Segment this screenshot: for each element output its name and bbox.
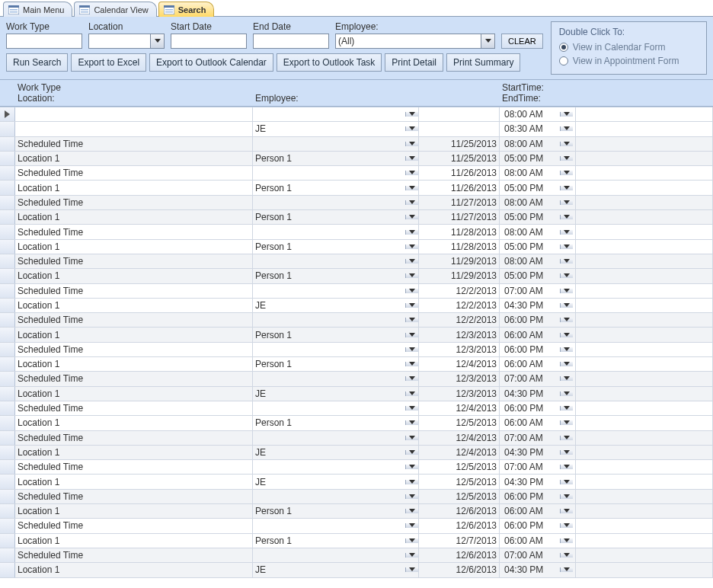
chevron-down-icon[interactable] <box>405 244 418 249</box>
chevron-down-icon[interactable] <box>560 142 573 146</box>
table-row[interactable]: Location 1Person 111/26/201305:00 PM <box>0 181 713 195</box>
table-row[interactable]: Location 1JE12/6/201304:30 PM <box>0 563 713 577</box>
chevron-down-icon[interactable] <box>405 362 418 366</box>
date-cell[interactable]: 12/4/2013 <box>419 401 500 415</box>
record-selector[interactable] <box>0 225 15 238</box>
date-cell[interactable]: 12/2/2013 <box>419 284 500 298</box>
date-cell[interactable]: 12/4/2013 <box>419 431 500 445</box>
time-cell[interactable]: 06:00 PM <box>500 519 576 532</box>
chevron-down-icon[interactable] <box>405 523 418 528</box>
table-row[interactable]: Location 1JE12/4/201304:30 PM <box>0 446 713 460</box>
work-type-cell[interactable]: Location 1 <box>15 328 253 341</box>
work-type-cell[interactable]: Scheduled Time <box>15 225 253 238</box>
table-row[interactable]: Scheduled Time12/5/201307:00 AM <box>0 460 713 475</box>
table-row[interactable]: Scheduled Time12/3/201306:00 PM <box>0 343 713 357</box>
employee-cell[interactable] <box>253 196 419 209</box>
chevron-down-icon[interactable] <box>405 553 418 558</box>
time-cell[interactable]: 08:00 AM <box>500 107 576 121</box>
record-selector[interactable] <box>0 401 15 415</box>
record-selector[interactable] <box>0 357 15 371</box>
record-selector[interactable] <box>0 313 15 327</box>
work-type-cell[interactable]: Scheduled Time <box>15 313 253 327</box>
time-cell[interactable]: 04:30 PM <box>500 387 576 401</box>
run-search-button[interactable]: Run Search <box>6 53 68 72</box>
time-cell[interactable]: 06:00 AM <box>500 534 576 548</box>
date-cell[interactable]: 12/3/2013 <box>419 387 500 401</box>
work-type-cell[interactable]: Scheduled Time <box>15 401 253 415</box>
chevron-down-icon[interactable] <box>405 509 418 513</box>
date-cell[interactable]: 11/28/2013 <box>419 225 500 238</box>
record-selector[interactable] <box>0 504 15 518</box>
export-outlook-calendar-button[interactable]: Export to Outlook Calendar <box>149 53 273 72</box>
date-cell[interactable]: 11/27/2013 <box>419 210 500 224</box>
chevron-down-icon[interactable] <box>560 376 573 381</box>
chevron-down-icon[interactable] <box>405 347 418 352</box>
employee-cell[interactable]: Person 1 <box>253 328 419 341</box>
work-type-cell[interactable]: Location 1 <box>15 181 253 194</box>
results-grid[interactable]: 08:00 AMJE08:30 AMScheduled Time11/25/20… <box>0 107 713 578</box>
table-row[interactable]: Scheduled Time12/6/201307:00 AM <box>0 548 713 563</box>
employee-cell[interactable] <box>253 313 419 327</box>
table-row[interactable]: Scheduled Time11/28/201308:00 AM <box>0 225 713 239</box>
record-selector[interactable] <box>0 563 15 577</box>
work-type-cell[interactable]: Location 1 <box>15 416 253 430</box>
table-row[interactable]: Scheduled Time11/25/201308:00 AM <box>0 137 713 152</box>
chevron-down-icon[interactable] <box>405 318 418 322</box>
chevron-down-icon[interactable] <box>560 480 573 484</box>
end-date-input[interactable] <box>253 34 329 49</box>
chevron-down-icon[interactable] <box>560 230 573 235</box>
work-type-cell[interactable]: Scheduled Time <box>15 490 253 503</box>
chevron-down-icon[interactable] <box>405 112 418 117</box>
chevron-down-icon[interactable] <box>405 259 418 264</box>
time-cell[interactable]: 07:00 AM <box>500 548 576 562</box>
chevron-down-icon[interactable] <box>405 171 418 175</box>
date-cell[interactable]: 11/25/2013 <box>419 152 500 165</box>
record-selector[interactable] <box>0 534 15 548</box>
chevron-down-icon[interactable] <box>405 480 418 484</box>
chevron-down-icon[interactable] <box>405 333 418 337</box>
employee-cell[interactable]: JE <box>253 563 419 577</box>
start-date-input[interactable] <box>171 34 247 49</box>
chevron-down-icon[interactable] <box>560 112 573 117</box>
record-selector[interactable] <box>0 431 15 445</box>
date-cell[interactable] <box>419 107 500 121</box>
chevron-down-icon[interactable] <box>405 391 418 396</box>
employee-cell[interactable]: Person 1 <box>253 357 419 371</box>
record-selector[interactable] <box>0 166 15 180</box>
employee-cell[interactable] <box>253 401 419 415</box>
chevron-down-icon[interactable] <box>405 567 418 572</box>
record-selector[interactable] <box>0 122 15 136</box>
tab-main-menu[interactable]: Main Menu <box>3 2 72 17</box>
chevron-down-icon[interactable] <box>560 186 573 190</box>
time-cell[interactable]: 04:30 PM <box>500 475 576 488</box>
date-cell[interactable]: 11/28/2013 <box>419 240 500 254</box>
record-selector[interactable] <box>0 460 15 474</box>
chevron-down-icon[interactable] <box>560 362 573 366</box>
work-type-cell[interactable]: Location 1 <box>15 446 253 459</box>
chevron-down-icon[interactable] <box>560 420 573 425</box>
table-row[interactable]: Scheduled Time12/2/201307:00 AM <box>0 284 713 299</box>
export-excel-button[interactable]: Export to Excel <box>71 53 146 72</box>
table-row[interactable]: Scheduled Time12/2/201306:00 PM <box>0 313 713 328</box>
time-cell[interactable]: 05:00 PM <box>500 240 576 254</box>
chevron-down-icon[interactable] <box>405 538 418 543</box>
work-type-cell[interactable]: Location 1 <box>15 269 253 283</box>
date-cell[interactable]: 12/3/2013 <box>419 328 500 341</box>
work-type-cell[interactable]: Location 1 <box>15 299 253 312</box>
time-cell[interactable]: 08:00 AM <box>500 196 576 209</box>
chevron-down-icon[interactable] <box>405 465 418 469</box>
time-cell[interactable]: 04:30 PM <box>500 446 576 459</box>
table-row[interactable]: Scheduled Time11/26/201308:00 AM <box>0 166 713 181</box>
table-row[interactable]: JE08:30 AM <box>0 122 713 136</box>
time-cell[interactable]: 07:00 AM <box>500 284 576 298</box>
record-selector[interactable] <box>0 519 15 532</box>
table-row[interactable]: Scheduled Time11/29/201308:00 AM <box>0 254 713 269</box>
chevron-down-icon[interactable] <box>560 156 573 161</box>
export-outlook-task-button[interactable]: Export to Outlook Task <box>277 53 382 72</box>
chevron-down-icon[interactable] <box>560 244 573 249</box>
time-cell[interactable]: 05:00 PM <box>500 152 576 165</box>
work-type-cell[interactable]: Location 1 <box>15 475 253 488</box>
chevron-down-icon[interactable] <box>560 523 573 528</box>
work-type-cell[interactable]: Location 1 <box>15 152 253 165</box>
work-type-cell[interactable]: Scheduled Time <box>15 548 253 562</box>
